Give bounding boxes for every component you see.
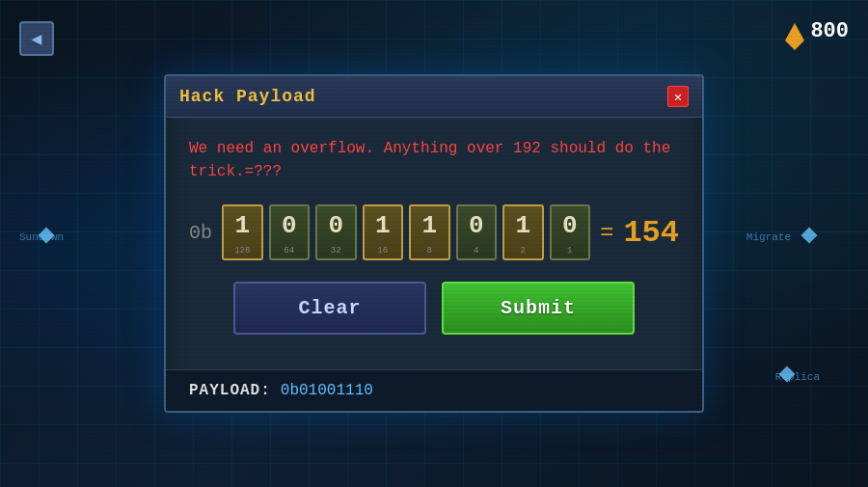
hack-payload-modal: Hack Payload ✕ We need an overflow. Anyt… xyxy=(164,74,704,413)
bit-value-5: 0 xyxy=(469,213,484,238)
payload-bar: PAYLOAD: 0b01001110 xyxy=(166,369,702,411)
bit-value-2: 0 xyxy=(328,213,343,238)
bit-weight-7: 1 xyxy=(567,246,572,256)
bit-cell-7[interactable]: 0 1 xyxy=(550,204,591,260)
prompt-text: We need an overflow. Anything over 192 s… xyxy=(189,137,679,183)
modal-overlay: Hack Payload ✕ We need an overflow. Anyt… xyxy=(0,0,868,487)
binary-input-row: 0b 1 128 0 64 0 32 1 16 xyxy=(189,204,679,260)
bit-value-3: 1 xyxy=(375,213,391,238)
bit-cell-1[interactable]: 0 64 xyxy=(269,204,311,260)
bit-cell-0[interactable]: 1 128 xyxy=(222,204,263,260)
bit-cell-4[interactable]: 1 8 xyxy=(409,204,450,260)
binary-prefix: 0b xyxy=(189,222,212,244)
submit-button[interactable]: Submit xyxy=(442,282,635,335)
bit-weight-4: 8 xyxy=(427,246,432,256)
action-buttons-row: Clear Submit xyxy=(189,282,679,335)
bit-value-6: 1 xyxy=(515,213,530,238)
bit-cell-5[interactable]: 0 4 xyxy=(456,204,498,260)
bit-weight-5: 4 xyxy=(474,246,478,256)
modal-body: We need an overflow. Anything over 192 s… xyxy=(166,118,702,369)
bit-cell-3[interactable]: 1 16 xyxy=(363,204,404,260)
bit-cell-6[interactable]: 1 2 xyxy=(502,204,544,260)
decimal-value: 154 xyxy=(623,215,679,251)
bit-weight-2: 32 xyxy=(331,246,341,256)
equals-sign: = xyxy=(600,220,613,246)
bit-weight-3: 16 xyxy=(377,246,388,256)
bit-value-0: 1 xyxy=(234,213,250,238)
bit-weight-6: 2 xyxy=(521,246,526,256)
bit-value-4: 1 xyxy=(421,213,437,238)
bit-value-7: 0 xyxy=(562,213,578,238)
payload-label: PAYLOAD: xyxy=(189,382,271,399)
modal-close-button[interactable]: ✕ xyxy=(667,86,689,107)
bit-weight-0: 128 xyxy=(234,246,250,256)
clear-button[interactable]: Clear xyxy=(233,282,426,335)
bit-cell-2[interactable]: 0 32 xyxy=(315,204,357,260)
bit-weight-1: 64 xyxy=(284,246,294,256)
payload-value: 0b01001110 xyxy=(281,382,373,399)
modal-titlebar: Hack Payload ✕ xyxy=(166,76,702,118)
bit-value-1: 0 xyxy=(282,213,297,238)
modal-title: Hack Payload xyxy=(179,87,316,106)
